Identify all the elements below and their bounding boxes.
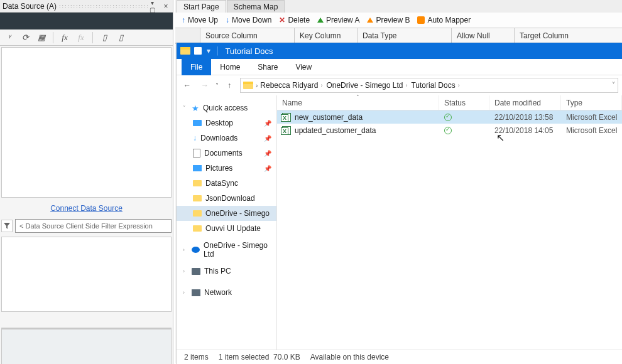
refresh-icon[interactable]: ⟳ — [20, 33, 30, 43]
folder-icon — [180, 47, 190, 55]
nav-history-chevron[interactable]: ˅ — [216, 82, 219, 89]
nav-jsondownload[interactable]: JsonDownload — [177, 191, 276, 206]
downloads-icon: ↓ — [193, 134, 197, 142]
col-date[interactable]: Date modified — [489, 95, 561, 110]
move-up-button[interactable]: ↑Move Up — [179, 16, 221, 24]
breadcrumb-3-label: Tutorial Docs — [411, 81, 455, 90]
nav-datasync[interactable]: DataSync — [177, 176, 276, 191]
filter-funnel-icon[interactable] — [1, 220, 13, 232]
delete-button[interactable]: ✕Delete — [276, 16, 312, 24]
move-down-label: Move Down — [232, 16, 271, 24]
ribbon-tab-file[interactable]: File — [182, 59, 211, 75]
fx-icon[interactable]: fx — [60, 33, 70, 43]
pin-icon[interactable]: ▾ ▢ — [148, 0, 156, 13]
schema-col-source[interactable]: Source Column — [200, 28, 295, 43]
explorer-title-bar[interactable]: ▾ │ Tutorial Docs — [177, 43, 622, 59]
explorer-title-text: Tutorial Docs — [226, 46, 273, 56]
move-down-button[interactable]: ↓Move Down — [223, 16, 274, 24]
auto-mapper-label: Auto Mapper — [427, 16, 471, 24]
nav-desktop[interactable]: Desktop📌 — [177, 115, 276, 131]
nav-back-button[interactable]: ← — [180, 78, 194, 92]
left-pane: Data Source (A) ::::::::::::::::::::::::… — [0, 0, 173, 364]
left-blank-area-1 — [1, 47, 172, 198]
nav-ouvvi-label: Ouvvi UI Update — [205, 224, 261, 233]
col-type[interactable]: Type — [561, 95, 622, 110]
nav-onedrive-simego[interactable]: OneDrive - Simego — [177, 206, 276, 221]
nav-quick-access[interactable]: ˅ ★ Quick access — [177, 100, 276, 115]
tab-start-page[interactable]: Start Page — [177, 0, 226, 13]
left-bottom-panel — [1, 328, 172, 364]
nav-downloads[interactable]: ↓Downloads📌 — [177, 131, 276, 146]
file-row[interactable]: updated_customer_data22/10/2018 14:05Mic… — [277, 124, 622, 137]
chevron-right-icon: › — [183, 289, 188, 296]
nav-network[interactable]: ›Network — [177, 285, 276, 300]
arrow-up-icon: ↑ — [182, 16, 185, 24]
nav-forward-button: → — [198, 78, 212, 92]
address-bar[interactable]: › Rebecca Ridyard› OneDrive - Simego Ltd… — [240, 78, 618, 93]
explorer-status-bar: 2 items 1 item selected 70.0 KB Availabl… — [177, 350, 622, 364]
nav-datasync-label: DataSync — [205, 179, 238, 188]
filter-expression-input[interactable]: < Data Source Client Side Filter Express… — [15, 219, 172, 233]
address-root-chevron[interactable]: › — [256, 82, 258, 89]
title-chevron-icon[interactable]: ▾ — [207, 46, 210, 55]
doc-icon-1[interactable]: ▯ — [99, 33, 109, 43]
schema-col-datatype[interactable]: Data Type — [357, 28, 452, 43]
chevron-right-icon: › — [319, 82, 324, 88]
star-icon: ★ — [192, 104, 199, 113]
title-separator: │ — [216, 46, 221, 55]
auto-mapper-button[interactable]: Auto Mapper — [415, 16, 473, 24]
explorer-nav-bar: ← → ˅ ↑ › Rebecca Ridyard› OneDrive - Si… — [177, 75, 622, 95]
tab-schema-map[interactable]: Schema Map — [227, 0, 285, 13]
left-title-bar: Data Source (A) ::::::::::::::::::::::::… — [0, 0, 173, 13]
breadcrumb-2[interactable]: OneDrive - Simego Ltd› — [326, 81, 408, 90]
col-status[interactable]: Status — [439, 95, 489, 110]
filter-row: < Data Source Client Side Filter Express… — [1, 219, 172, 233]
doc-icon-2[interactable]: ▯ — [116, 33, 126, 43]
col-name-label: Name — [282, 99, 302, 107]
ribbon-tab-view[interactable]: View — [286, 59, 320, 75]
schema-map-toolbar: ↑Move Up ↓Move Down ✕Delete Preview A Pr… — [175, 13, 622, 28]
schema-col-key[interactable]: Key Column — [295, 28, 357, 43]
ribbon-tab-share[interactable]: Share — [249, 59, 286, 75]
file-explorer-window: ▾ │ Tutorial Docs File Home Share View ←… — [176, 43, 622, 364]
nav-onedrive-root[interactable]: ›OneDrive - Simego Ltd — [177, 242, 276, 257]
file-date: 22/10/2018 14:05 — [489, 126, 561, 135]
nav-ouvvi[interactable]: Ouvvi UI Update — [177, 221, 276, 236]
breadcrumb-1[interactable]: Rebecca Ridyard› — [260, 81, 324, 90]
preview-b-label: Preview B — [376, 16, 410, 24]
folder-icon — [193, 180, 202, 186]
ribbon-tab-home[interactable]: Home — [211, 59, 249, 75]
explorer-body: ˅ ★ Quick access Desktop📌 ↓Downloads📌 Do… — [177, 95, 622, 350]
nav-up-button[interactable]: ↑ — [222, 78, 236, 92]
tb-icon-1[interactable]: ᵞ — [4, 33, 14, 43]
document-tabs: Start Page Schema Map — [175, 0, 622, 13]
status-synced-icon — [444, 127, 452, 134]
file-row[interactable]: new_customer_data22/10/2018 13:58Microso… — [277, 110, 622, 124]
close-icon[interactable]: × — [161, 2, 170, 11]
chevron-right-icon: › — [404, 82, 408, 88]
sort-indicator-icon: ˄ — [356, 94, 359, 100]
nav-thispc[interactable]: ›This PC — [177, 264, 276, 279]
nav-onedrive-root-label: OneDrive - Simego Ltd — [204, 241, 276, 259]
preview-a-button[interactable]: Preview A — [315, 16, 362, 24]
nav-pictures[interactable]: Pictures📌 — [177, 161, 276, 176]
thispc-icon — [192, 268, 200, 275]
arrow-down-icon: ↓ — [226, 16, 229, 24]
nav-documents[interactable]: Documents📌 — [177, 146, 276, 161]
preview-b-button[interactable]: Preview B — [364, 16, 412, 24]
breadcrumb-2-label: OneDrive - Simego Ltd — [326, 81, 403, 90]
network-icon — [192, 289, 200, 296]
connect-data-source-link[interactable]: Connect Data Source — [0, 201, 173, 215]
col-name[interactable]: ˄Name — [277, 95, 439, 110]
toolbar-separator — [53, 32, 53, 43]
nav-quick-access-label: Quick access — [203, 104, 248, 112]
breadcrumb-3[interactable]: Tutorial Docs› — [411, 81, 461, 90]
overlap-icon — [194, 47, 202, 55]
grid-icon[interactable]: ▦ — [36, 33, 46, 43]
preview-a-label: Preview A — [326, 16, 359, 24]
schema-col-allownull[interactable]: Allow Null — [452, 28, 515, 43]
pin-icon: 📌 — [264, 120, 271, 127]
nav-thispc-label: This PC — [204, 267, 231, 276]
address-chevron-end[interactable]: ˅ — [612, 81, 615, 88]
schema-col-target[interactable]: Target Column — [515, 28, 622, 43]
